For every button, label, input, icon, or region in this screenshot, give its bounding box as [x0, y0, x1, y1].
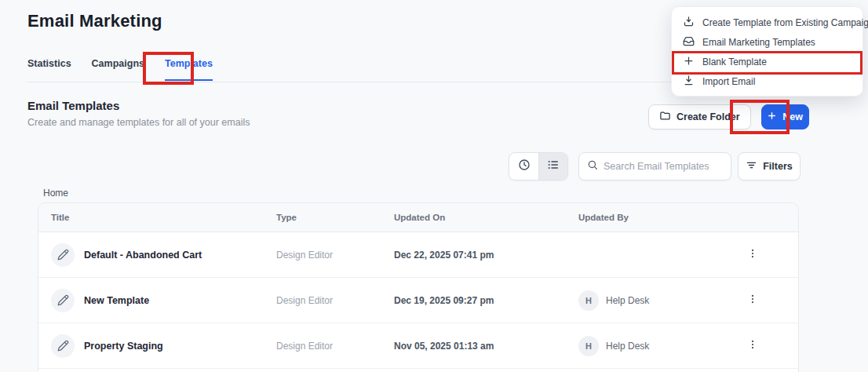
search-box: [578, 152, 731, 181]
menu-item-label: Create Template from Existing Campaign: [702, 17, 868, 28]
tab-campaigns[interactable]: Campaigns: [92, 58, 144, 81]
new-button[interactable]: New: [761, 104, 809, 129]
plus-icon: [683, 55, 695, 69]
filters-label: Filters: [763, 161, 793, 172]
clock-icon: [518, 159, 531, 174]
paintbrush-icon: [51, 289, 75, 312]
filter-lines-icon: [746, 159, 757, 173]
email-marketing-page: Email Marketing Statistics Campaigns Tem…: [0, 0, 868, 372]
menu-item-label: Email Marketing Templates: [702, 37, 815, 48]
column-header-updated-on: Updated On: [394, 213, 578, 222]
template-type: Design Editor: [276, 341, 394, 352]
table-row[interactable]: Default - Abandoned Cart Design Editor D…: [38, 232, 798, 278]
list-controls: Filters: [509, 152, 801, 181]
table-row[interactable]: New Template Design Editor Dec 19, 2025 …: [38, 278, 798, 323]
list-view-button[interactable]: [538, 153, 567, 180]
row-menu-kebab-icon[interactable]: [741, 290, 764, 312]
template-updated-on: Dec 19, 2025 09:27 pm: [394, 295, 578, 306]
template-type: Design Editor: [276, 250, 394, 261]
avatar: H: [578, 290, 599, 311]
column-header-type: Type: [276, 213, 394, 222]
row-menu-kebab-icon[interactable]: [741, 335, 764, 357]
row-menu-kebab-icon[interactable]: [741, 244, 764, 266]
folder-icon: [659, 110, 671, 124]
recent-view-button[interactable]: [509, 153, 538, 180]
create-folder-label: Create Folder: [677, 111, 740, 122]
template-updated-by: H Help Desk: [578, 336, 720, 356]
menu-item-label: Blank Template: [702, 57, 767, 67]
menu-item-import-email[interactable]: Import Email: [672, 71, 863, 91]
template-type: Design Editor: [276, 295, 394, 306]
download-tray-icon: [683, 16, 695, 30]
search-icon: [587, 159, 598, 173]
avatar: H: [578, 336, 599, 356]
template-updated-by: H Help Desk: [578, 290, 720, 311]
template-title: Property Staging: [84, 341, 163, 352]
breadcrumb[interactable]: Home: [43, 188, 68, 199]
header-actions: Create Folder New: [648, 104, 809, 129]
template-updated-on: Dec 22, 2025 07:41 pm: [394, 250, 578, 261]
inbox-icon: [683, 35, 695, 49]
menu-item-label: Import Email: [702, 76, 755, 87]
filters-button[interactable]: Filters: [738, 152, 801, 181]
page-title: Email Marketing: [27, 11, 162, 31]
menu-item-blank-template[interactable]: Blank Template: [672, 52, 863, 71]
new-template-dropdown: Create Template from Existing Campaign E…: [671, 6, 863, 97]
column-header-title: Title: [51, 213, 276, 222]
column-header-updated-by: Updated By: [578, 213, 720, 222]
paintbrush-icon: [51, 334, 75, 358]
table-row[interactable]: Property Staging Design Editor Nov 05, 2…: [38, 323, 798, 369]
updated-by-name: Help Desk: [606, 341, 649, 352]
search-input[interactable]: [604, 161, 723, 172]
table-header-row: Title Type Updated On Updated By: [38, 203, 798, 232]
tab-statistics[interactable]: Statistics: [27, 58, 71, 81]
template-title: New Template: [84, 295, 149, 306]
create-folder-button[interactable]: Create Folder: [648, 104, 751, 129]
plus-icon: [767, 111, 777, 123]
updated-by-name: Help Desk: [606, 295, 649, 306]
template-title: Default - Abandoned Cart: [84, 250, 202, 261]
paintbrush-icon: [51, 243, 75, 267]
template-updated-on: Nov 05, 2025 01:13 am: [394, 341, 578, 352]
import-icon: [683, 75, 695, 89]
section-subheading: Create and manage templates for all of y…: [27, 117, 250, 128]
tab-bar: Statistics Campaigns Templates: [27, 58, 213, 81]
new-button-label: New: [782, 111, 803, 122]
section-heading: Email Templates: [27, 99, 119, 112]
list-icon: [547, 159, 560, 174]
menu-item-create-from-campaign[interactable]: Create Template from Existing Campaign: [672, 13, 863, 32]
menu-item-email-marketing-templates[interactable]: Email Marketing Templates: [672, 32, 863, 52]
view-toggle: [509, 152, 568, 181]
tab-templates[interactable]: Templates: [165, 58, 213, 81]
templates-table: Title Type Updated On Updated By Default…: [38, 202, 799, 372]
